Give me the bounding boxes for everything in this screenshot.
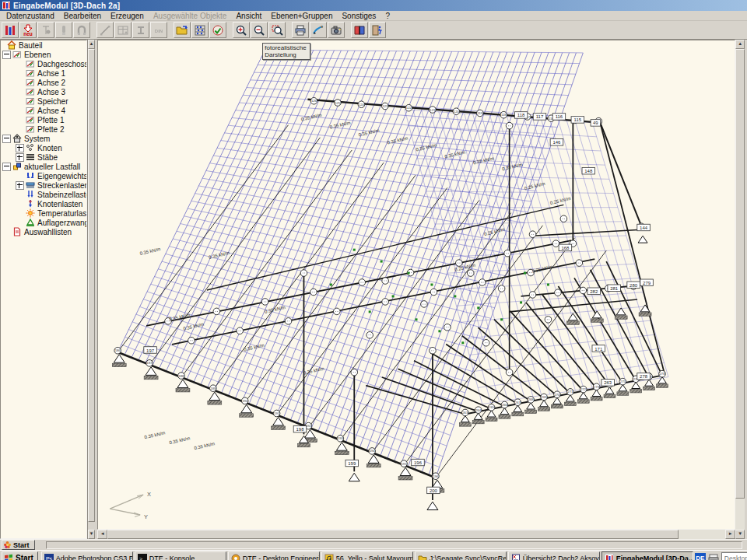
tree-item-aktueller-lastfall[interactable]: aktueller Lastfall bbox=[1, 162, 86, 171]
desktop-search-input[interactable]: Desktop durchsuchen bbox=[721, 552, 747, 560]
loeschen-button[interactable] bbox=[55, 22, 72, 38]
tree-scroll-thumb[interactable] bbox=[88, 49, 96, 522]
menu-erzeugen[interactable]: Erzeugen bbox=[106, 12, 149, 20]
neu-button[interactable]: neu bbox=[19, 22, 37, 38]
taskbar-task-console[interactable]: >_DTE - Konsole bbox=[135, 551, 226, 560]
menu-?[interactable]: ? bbox=[381, 12, 395, 20]
fangen-button[interactable] bbox=[73, 22, 90, 38]
menu-datenzustand[interactable]: Datenzustand bbox=[2, 12, 59, 20]
menu-bearbeiten[interactable]: Bearbeiten bbox=[59, 12, 106, 20]
pen-icon bbox=[312, 24, 324, 37]
svg-text:0.25 kN/m: 0.25 kN/m bbox=[532, 264, 554, 274]
tree-item-stabeinzellasten[interactable]: Stabeinzellasten bbox=[1, 190, 86, 199]
secondary-start-button[interactable]: Start bbox=[2, 540, 35, 550]
datenzustand-button[interactable] bbox=[2, 22, 19, 38]
zoom-fenster-button[interactable] bbox=[268, 22, 286, 38]
tree-item-streckenlasten[interactable]: Streckenlasten bbox=[1, 180, 86, 190]
drucken-button[interactable] bbox=[292, 22, 309, 38]
tree-item-auflagerzwangsverf[interactable]: Auflagerzwangsverf bbox=[1, 218, 86, 227]
svg-text:270: 270 bbox=[555, 393, 561, 397]
svg-text:0.35 kN/m: 0.35 kN/m bbox=[387, 136, 409, 145]
canvas-vscroll-thumb[interactable] bbox=[735, 49, 745, 499]
title-bar: EingabeModul [3D-Dach 2a] bbox=[0, 0, 747, 11]
knotenlast-icon bbox=[26, 199, 35, 208]
temperatur-icon bbox=[26, 208, 35, 218]
task-label: EingabeModul [3D-Da... bbox=[616, 555, 693, 560]
tree-item-knotenlasten[interactable]: Knotenlasten bbox=[1, 199, 86, 208]
foto-button[interactable] bbox=[328, 22, 345, 38]
canvas-hscroll-thumb[interactable] bbox=[107, 530, 679, 539]
tree-item-bauteil[interactable]: Bauteil bbox=[1, 40, 86, 50]
svg-text:280: 280 bbox=[630, 283, 638, 288]
handbuch-button[interactable] bbox=[351, 22, 368, 38]
tree-item-achse-4[interactable]: Achse 4 bbox=[1, 106, 86, 115]
tree-item-speicher[interactable]: Speicher bbox=[1, 96, 86, 106]
tree-item-auswahllisten[interactable]: Auswahllisten bbox=[1, 227, 86, 236]
display-mode-label[interactable]: fotorealistische Darstellung bbox=[262, 43, 310, 60]
tree-expander[interactable] bbox=[2, 163, 11, 171]
canvas-scroll-up[interactable]: ▲ bbox=[735, 40, 745, 49]
start-button[interactable]: Start bbox=[2, 551, 38, 560]
profiltabelle-button[interactable] bbox=[114, 22, 132, 38]
taskbar-task-note[interactable]: 56. Yello - Salut Mayoum... bbox=[321, 551, 413, 560]
tree-scroll-down[interactable]: ▼ bbox=[88, 530, 96, 539]
tree-item-pfette-2[interactable]: Pfette 2 bbox=[1, 124, 86, 134]
tree-item-knoten[interactable]: Knoten bbox=[1, 143, 86, 152]
tree-item-dachgeschoss[interactable]: Dachgeschoss bbox=[1, 59, 86, 68]
querschnitt-button[interactable] bbox=[132, 22, 149, 38]
printer-tray-icon[interactable] bbox=[708, 554, 719, 560]
taskbar-task-eingabe[interactable]: EingabeModul [3D-Da... bbox=[601, 551, 693, 560]
canvas-hscrollbar[interactable]: ◄ ► bbox=[97, 530, 735, 539]
tree-item-stäbe[interactable]: Stäbe bbox=[1, 152, 86, 162]
menu-ansicht[interactable]: Ansicht bbox=[231, 12, 266, 20]
tree-item-system[interactable]: System bbox=[1, 134, 86, 143]
berechnung-button[interactable] bbox=[191, 22, 209, 38]
din-button[interactable]: DIN bbox=[150, 22, 167, 38]
language-indicator[interactable]: DE bbox=[695, 553, 706, 560]
taskbar-task-doc[interactable]: Übersicht2 Dach2 Aksoy ... bbox=[508, 551, 600, 560]
canvas-vscrollbar[interactable]: ▲ ▼ bbox=[735, 40, 745, 539]
canvas-scroll-left[interactable]: ◄ bbox=[97, 530, 107, 539]
taskbar-task-ps[interactable]: PsAdobe Photoshop CS3 E... bbox=[41, 551, 133, 560]
svg-text:126: 126 bbox=[311, 99, 317, 103]
tree-scrollbar[interactable]: ▲ ▼ bbox=[87, 40, 96, 539]
drawing-canvas[interactable]: 1261251241231221211201191181171161154918… bbox=[97, 40, 735, 530]
tree-item-label: Dachgeschoss bbox=[37, 60, 87, 68]
tree-expander[interactable] bbox=[2, 135, 11, 143]
zeichnen-button[interactable] bbox=[310, 22, 327, 38]
svg-text:X: X bbox=[147, 491, 151, 498]
taskbar-task-folder[interactable]: J:\Seagate Sync\SyncRe... bbox=[415, 551, 507, 560]
tree-expander[interactable] bbox=[16, 153, 24, 162]
tree-expander[interactable] bbox=[2, 51, 11, 59]
canvas-scroll-right[interactable]: ► bbox=[725, 530, 735, 539]
tree-expander[interactable] bbox=[16, 144, 24, 152]
tree-item-temperaturlasten[interactable]: Temperaturlasten bbox=[1, 208, 86, 218]
menu-sonstiges[interactable]: Sonstiges bbox=[337, 12, 381, 20]
tree-item-pfette-1[interactable]: Pfette 1 bbox=[1, 115, 86, 124]
tree-item-ebenen[interactable]: Ebenen bbox=[1, 50, 86, 59]
svg-text:268: 268 bbox=[528, 397, 535, 401]
tree-item-label: Bauteil bbox=[19, 41, 43, 50]
tree-item-achse-2[interactable]: Achse 2 bbox=[1, 78, 86, 87]
menu-ebenen-gruppen[interactable]: Ebenen+Gruppen bbox=[266, 12, 337, 20]
tree-item-eigengewichtslasten[interactable]: Eigengewichtslasten bbox=[1, 171, 86, 180]
layer-icon bbox=[26, 68, 35, 78]
svg-text:124: 124 bbox=[359, 103, 365, 107]
project-tree-panel: BauteilEbenenDachgeschossAchse 1Achse 2A… bbox=[0, 40, 87, 539]
beenden-button[interactable] bbox=[369, 22, 386, 38]
svg-text:193: 193 bbox=[338, 436, 344, 440]
tree-expander[interactable] bbox=[16, 181, 24, 190]
stab-button[interactable] bbox=[96, 22, 114, 38]
leuchte-button[interactable] bbox=[37, 22, 54, 38]
canvas-scroll-down[interactable]: ▼ bbox=[735, 530, 745, 539]
tree-item-achse-1[interactable]: Achse 1 bbox=[1, 68, 86, 78]
pruefen-button[interactable] bbox=[209, 22, 226, 38]
tree-item-achse-3[interactable]: Achse 3 bbox=[1, 87, 86, 96]
projekt-oeffnen-button[interactable] bbox=[174, 22, 191, 38]
svg-text:191: 191 bbox=[274, 411, 280, 415]
taskbar-task-dte[interactable]: DTE - Desktop Engineeri... bbox=[228, 551, 320, 560]
svg-text:267: 267 bbox=[515, 401, 521, 404]
zoom-in-button[interactable] bbox=[233, 22, 250, 38]
tree-scroll-up[interactable]: ▲ bbox=[88, 40, 96, 49]
zoom-out-button[interactable] bbox=[251, 22, 268, 38]
